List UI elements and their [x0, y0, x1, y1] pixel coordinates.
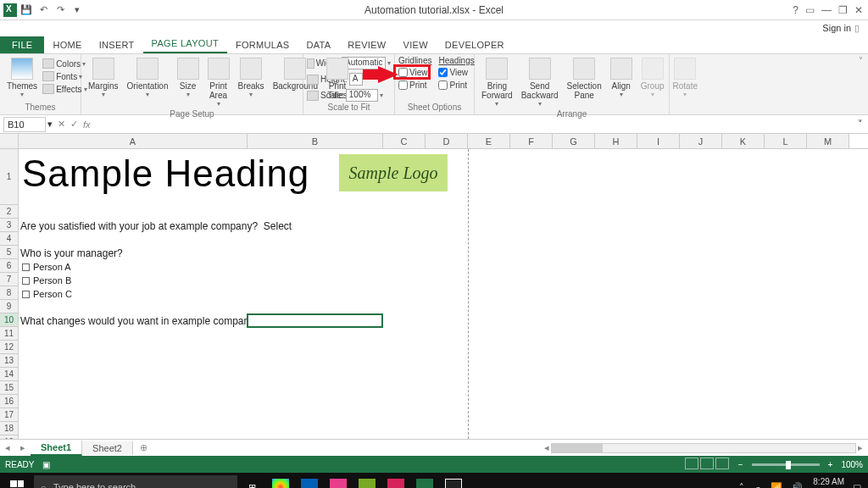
task-view-icon[interactable]: ⊞ [241, 476, 263, 488]
col-header-B[interactable]: B [248, 134, 383, 148]
account-icon[interactable]: ▯ [854, 23, 860, 34]
tab-file[interactable]: FILE [0, 36, 44, 53]
height-select[interactable]: A [349, 73, 363, 86]
breaks-button[interactable]: Breaks▾ [235, 56, 268, 100]
taskbar-app-5[interactable] [385, 476, 407, 488]
select-all-corner[interactable] [0, 134, 19, 148]
col-header-E[interactable]: E [468, 134, 510, 148]
group-button[interactable]: Group▾ [637, 56, 668, 100]
qat-more-icon[interactable]: ▾ [70, 3, 85, 18]
row-header-16[interactable]: 16 [0, 395, 18, 408]
sheet-nav-next-icon[interactable]: ▸ [15, 442, 31, 453]
row-header-19[interactable]: 19 [0, 435, 18, 439]
tray-chevron-icon[interactable]: ˄ [739, 482, 744, 489]
margins-button[interactable]: Margins▾ [85, 56, 122, 100]
scale-input[interactable]: 100% [346, 89, 378, 102]
notifications-icon[interactable]: ▢ [853, 482, 861, 489]
horizontal-scrollbar[interactable]: ◂ ▸ [154, 442, 868, 453]
row-header-9[interactable]: 9 [0, 300, 18, 313]
tray-network-icon[interactable]: 📶 [771, 482, 782, 489]
tray-cloud-icon[interactable]: ☁ [753, 482, 762, 489]
col-header-J[interactable]: J [680, 134, 722, 148]
col-header-H[interactable]: H [595, 134, 637, 148]
zoom-level[interactable]: 100% [841, 460, 863, 469]
collapse-ribbon-icon[interactable]: ˅ [859, 56, 863, 65]
system-tray[interactable]: ˄ ☁ 📶 🔊 8:29 AM 6/3/2021 ▢ [739, 477, 868, 488]
orientation-button[interactable]: Orientation▾ [124, 56, 172, 100]
sheet-tab-2[interactable]: Sheet2 [82, 441, 133, 455]
col-header-L[interactable]: L [765, 134, 807, 148]
taskbar-app-3[interactable] [327, 476, 349, 488]
taskbar-clock[interactable]: 8:29 AM 6/3/2021 [811, 477, 844, 488]
taskbar-excel[interactable] [414, 476, 436, 488]
align-button[interactable]: Align▾ [607, 56, 636, 100]
sheet-nav-prev-icon[interactable]: ◂ [0, 442, 15, 453]
tab-page-layout[interactable]: PAGE LAYOUT [143, 35, 227, 53]
tab-home[interactable]: HOME [44, 36, 90, 53]
zoom-in-icon[interactable]: + [828, 460, 833, 469]
new-sheet-icon[interactable]: ⊕ [133, 442, 154, 453]
row-header-1[interactable]: 1 [0, 149, 18, 205]
selected-cell[interactable] [247, 313, 383, 328]
tab-data[interactable]: DATA [298, 36, 339, 53]
minimize-icon[interactable]: — [821, 4, 832, 16]
row-header-17[interactable]: 17 [0, 408, 18, 422]
col-header-I[interactable]: I [637, 134, 680, 148]
themes-button[interactable]: Themes ▾ [3, 56, 41, 100]
gridlines-print-checkbox[interactable]: Print [398, 80, 431, 90]
col-header-F[interactable]: F [510, 134, 553, 148]
redo-icon[interactable]: ↷ [53, 3, 68, 18]
checkbox-person-a[interactable]: Person A [22, 262, 71, 272]
cells-area[interactable]: Sample Heading Sample Logo Are you satis… [19, 149, 868, 439]
row-header-10[interactable]: 10 [0, 313, 18, 327]
headings-print-checkbox[interactable]: Print [438, 80, 474, 90]
effects-button[interactable]: Effects▾ [42, 84, 86, 94]
row-header-6[interactable]: 6 [0, 259, 18, 273]
ribbon-display-icon[interactable]: ▭ [805, 4, 815, 16]
taskbar-search[interactable]: ⌕ Type here to search [34, 475, 237, 488]
namebox-dropdown-icon[interactable]: ▾ [47, 119, 53, 130]
col-header-A[interactable]: A [19, 134, 248, 148]
signin-link[interactable]: Sign in [822, 23, 851, 33]
headings-view-checkbox[interactable]: View [438, 68, 474, 77]
row-header-18[interactable]: 18 [0, 422, 18, 435]
row-header-7[interactable]: 7 [0, 273, 18, 286]
taskbar-app-6[interactable] [442, 476, 465, 488]
col-header-C[interactable]: C [383, 134, 426, 148]
taskbar-app-1[interactable] [270, 476, 292, 488]
row-header-2[interactable]: 2 [0, 205, 18, 219]
close-icon[interactable]: ✕ [854, 4, 863, 16]
row-header-14[interactable]: 14 [0, 368, 18, 381]
view-buttons[interactable] [684, 458, 730, 471]
row-header-5[interactable]: 5 [0, 246, 18, 259]
save-icon[interactable]: 💾 [19, 3, 34, 18]
row-header-8[interactable]: 8 [0, 286, 18, 300]
col-header-D[interactable]: D [426, 134, 468, 148]
rotate-button[interactable]: Rotate▾ [670, 56, 701, 100]
tab-formulas[interactable]: FORMULAS [227, 36, 298, 53]
fonts-button[interactable]: Fonts▾ [42, 71, 86, 81]
enter-formula-icon[interactable]: ✓ [70, 119, 78, 130]
name-box[interactable]: B10 [3, 117, 46, 132]
col-header-M[interactable]: M [807, 134, 849, 148]
tab-developer[interactable]: DEVELOPER [437, 36, 513, 53]
row-header-13[interactable]: 13 [0, 354, 18, 368]
sheet-tab-1[interactable]: Sheet1 [31, 441, 82, 456]
row-header-11[interactable]: 11 [0, 327, 18, 341]
size-button[interactable]: Size▾ [174, 56, 203, 100]
bring-forward-button[interactable]: Bring Forward▾ [478, 56, 516, 109]
zoom-slider[interactable] [752, 463, 820, 466]
row-header-3[interactable]: 3 [0, 219, 18, 232]
undo-icon[interactable]: ↶ [36, 3, 51, 18]
checkbox-person-b[interactable]: Person B [22, 275, 71, 286]
tab-review[interactable]: REVIEW [339, 36, 394, 53]
row-header-15[interactable]: 15 [0, 381, 18, 395]
taskbar-app-4[interactable] [356, 476, 378, 488]
send-backward-button[interactable]: Send Backward▾ [518, 56, 562, 109]
restore-icon[interactable]: ❐ [838, 4, 848, 16]
spreadsheet-grid[interactable]: ABCDEFGHIJKLM 12345678910111213141516171… [0, 134, 868, 439]
cancel-formula-icon[interactable]: ✕ [58, 119, 65, 130]
col-header-K[interactable]: K [722, 134, 765, 148]
row-header-4[interactable]: 4 [0, 232, 18, 246]
fx-icon[interactable]: fx [83, 119, 91, 130]
